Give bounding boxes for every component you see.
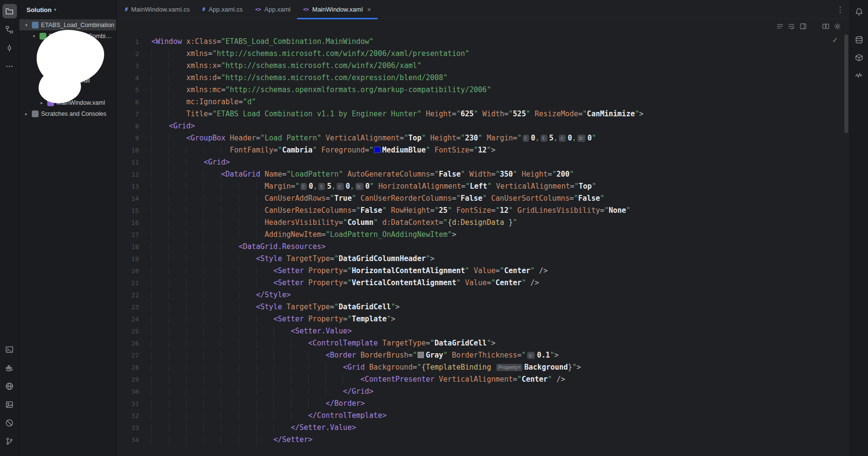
- code-token: [151, 158, 203, 166]
- code-token: =: [513, 134, 517, 142]
- code-line: 31 </Border>: [117, 398, 850, 410]
- code-token: {: [448, 218, 452, 227]
- line-number: 13: [117, 180, 151, 193]
- code-token: [535, 266, 539, 275]
- tree-item[interactable]: ▾ETABS_Load_Combination: [19, 19, 116, 30]
- code-token: ": [461, 170, 465, 179]
- line-number: 16: [117, 217, 151, 229]
- code-token: [448, 351, 452, 359]
- code-token: xmlns: [186, 49, 208, 58]
- list-icon[interactable]: [776, 23, 784, 30]
- chevron-icon[interactable]: ▸: [39, 100, 45, 105]
- image-icon[interactable]: [2, 397, 17, 412]
- chevron-icon[interactable]: ▾: [31, 34, 37, 39]
- code-token: ": [522, 351, 526, 359]
- inlay-hint: t:: [318, 183, 325, 190]
- more-tools-icon[interactable]: [2, 59, 17, 73]
- code-token: ResizeMode: [535, 110, 578, 118]
- line-number: 2: [117, 48, 151, 60]
- code-line: 30 </Grid>: [117, 386, 850, 398]
- chevron-icon[interactable]: ▸: [23, 111, 29, 116]
- code-token: TargetType: [286, 303, 330, 311]
- tree-item[interactable]: ▸Scratches and Consoles: [19, 108, 116, 119]
- code-token: =: [217, 61, 221, 70]
- code-token: ": [426, 254, 430, 263]
- code-token: <Border: [326, 351, 356, 359]
- problems-icon[interactable]: [2, 415, 17, 430]
- code-token: [151, 61, 186, 70]
- inlay-hint: b:: [577, 135, 585, 142]
- settings-gear-icon[interactable]: [834, 23, 841, 30]
- code-token: CanUserResizeColumns: [265, 206, 352, 215]
- tab-overflow-menu-icon[interactable]: ⋮: [831, 0, 850, 19]
- code-token: [151, 339, 308, 347]
- web-icon[interactable]: [2, 379, 17, 393]
- code-token: =: [461, 182, 465, 191]
- editor-tab[interactable]: #MainWindow.xaml.cs: [119, 0, 196, 19]
- line-number: 31: [117, 398, 151, 410]
- code-token: False: [578, 194, 600, 203]
- code-token: =: [570, 182, 574, 191]
- code-token: [151, 290, 256, 299]
- commit-icon[interactable]: [2, 41, 17, 55]
- code-token: RowHeight: [391, 206, 430, 215]
- inlay-hint: l:: [300, 183, 307, 190]
- minimap-icon[interactable]: [800, 23, 807, 30]
- code-token: ": [474, 146, 478, 154]
- profiler-icon[interactable]: [853, 69, 866, 82]
- line-number: 1: [117, 36, 151, 48]
- code-token: <DataGrid: [221, 170, 260, 179]
- code-line: 5 xmlns:mc="http://schemas.openxmlformat…: [117, 84, 850, 96]
- notifications-bell-icon[interactable]: [853, 5, 866, 18]
- packages-icon[interactable]: [853, 51, 866, 64]
- editor-tab[interactable]: <>App.xaml: [249, 0, 297, 19]
- database-icon[interactable]: [853, 33, 866, 46]
- structure-icon[interactable]: [2, 22, 17, 37]
- code-token: [151, 254, 256, 263]
- terminal-icon[interactable]: [2, 342, 17, 357]
- code-token: 12: [478, 146, 487, 154]
- code-token: ,: [535, 134, 540, 142]
- code-token: 200: [556, 170, 570, 179]
- code-token: [151, 315, 273, 323]
- code-token: <Setter: [273, 266, 304, 275]
- soft-wrap-icon[interactable]: [788, 23, 795, 30]
- code-token: ": [312, 146, 317, 154]
- code-token: Margin: [265, 182, 291, 191]
- code-token: ": [574, 182, 579, 191]
- editor-tab[interactable]: <>MainWindow.xaml×: [297, 0, 378, 19]
- code-token: [151, 242, 239, 251]
- code-editor[interactable]: 1<Window x:Class="ETABS_Load_Combination…: [117, 33, 850, 456]
- code-token: mc:Ignorable: [186, 97, 238, 106]
- code-token: CanUserReorderColumns: [361, 194, 452, 203]
- code-token: ": [382, 206, 387, 215]
- line-number: 34: [117, 434, 151, 446]
- split-columns-icon[interactable]: [822, 23, 829, 30]
- inspections-ok-icon[interactable]: ✓: [832, 34, 838, 46]
- code-token: [304, 266, 308, 275]
- editor-tab[interactable]: #App.xaml.cs: [196, 0, 249, 19]
- code-token: =: [273, 146, 278, 154]
- code-line: 29 <ContentPresenter VerticalAlignment="…: [117, 373, 850, 386]
- code-token: =: [456, 134, 461, 142]
- code-token: =: [365, 146, 369, 154]
- xaml-file-icon: <>: [255, 7, 261, 12]
- close-tab-icon[interactable]: ×: [367, 6, 371, 14]
- docker-icon[interactable]: [2, 360, 17, 375]
- solution-file-icon: [32, 22, 39, 28]
- chevron-down-icon: ▾: [54, 7, 56, 12]
- code-token: ": [330, 194, 334, 203]
- version-control-icon[interactable]: [2, 434, 17, 448]
- code-line: 10 FontFamily="Cambria" Foreground="Medi…: [117, 144, 850, 156]
- code-line: 3 xmlns:x="http://schemas.microsoft.com/…: [117, 60, 850, 72]
- code-token: <Window: [151, 37, 182, 46]
- code-token: ,: [331, 182, 336, 191]
- project-folder-icon[interactable]: [2, 4, 17, 18]
- editor-scrollbar-thumb[interactable]: [844, 34, 848, 133]
- solution-panel-header[interactable]: Solution ▾: [19, 0, 116, 19]
- code-token: ": [509, 110, 513, 118]
- chevron-icon[interactable]: ▾: [23, 23, 29, 28]
- code-token: 25: [439, 206, 448, 215]
- code-token: =: [439, 218, 443, 227]
- code-token: =: [430, 170, 434, 179]
